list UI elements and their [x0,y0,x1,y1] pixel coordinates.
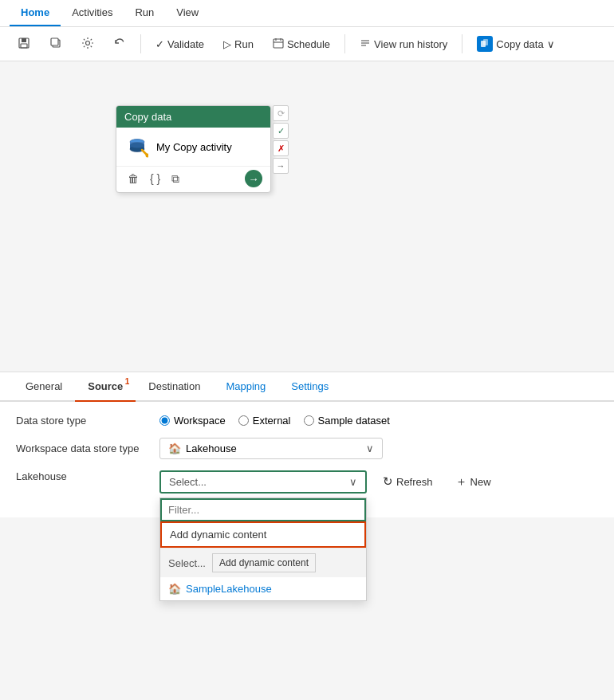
lakehouse-item-icon: 🏠 [168,583,181,595]
side-icon-refresh: ⟳ [273,105,289,121]
undo-icon [113,37,126,52]
workspace-store-value: Lakehouse [186,442,237,454]
sample-lakehouse-label: SampleLakehouse [186,583,272,595]
data-store-type-control: Workspace External Sample dataset [159,415,598,427]
save-icon [18,37,30,52]
view-run-history-button[interactable]: View run history [352,33,455,55]
separator-3 [462,34,462,53]
settings-button[interactable] [73,33,102,56]
canvas-area[interactable]: Copy data My Copy activity 🗑 { } ⧉ [0,61,614,372]
tab-badge: 1 [125,377,130,386]
lakehouse-placeholder: Select... [169,476,207,488]
add-dynamic-tooltip: Add dynamic content [212,553,316,572]
activity-body: My Copy activity [116,128,270,166]
node-side-icons: ⟳ ✓ ✗ → [273,105,289,174]
refresh-button[interactable]: ↻ Refresh [376,470,439,493]
sample-lakehouse-row[interactable]: 🏠 SampleLakehouse [160,577,366,600]
plus-icon: ＋ [455,474,467,490]
copy-data-icon [477,36,493,52]
nav-activities[interactable]: Activities [61,0,124,26]
svg-rect-1 [22,38,26,42]
top-navigation: Home Activities Run View [0,0,614,27]
lakehouse-dropdown[interactable]: Select... ∨ [159,470,367,494]
schedule-label: Schedule [287,38,330,50]
new-label: New [470,476,491,488]
radio-workspace[interactable]: Workspace [159,415,226,427]
nav-view[interactable]: View [165,0,210,26]
calendar-icon [273,37,284,51]
history-icon [360,37,371,51]
undo-button[interactable] [105,33,134,56]
activity-name: My Copy activity [156,141,232,153]
data-store-type-label: Data store type [16,415,159,427]
activity-db-icon [124,134,150,159]
code-activity-button[interactable]: { } [147,171,163,187]
run-button[interactable]: ▷ Run [215,34,262,54]
save-button[interactable] [10,33,38,56]
svg-point-20 [130,143,144,148]
data-store-type-row: Data store type Workspace External Sampl… [16,415,598,427]
select-text: Select... [168,557,206,569]
nav-run[interactable]: Run [124,0,165,26]
tab-source[interactable]: Source1 [75,372,136,402]
copy-data-button[interactable]: Copy data ∨ [469,32,562,56]
activity-header: Copy data [116,106,270,128]
lakehouse-row: Lakehouse Select... ∨ Add dynamic conten… [16,470,598,494]
side-icon-check: ✓ [273,123,289,139]
properties-panel: Data store type Workspace External Sampl… [0,402,614,517]
side-icon-arrow-right: → [273,158,289,174]
schedule-button[interactable]: Schedule [265,33,338,55]
copy-icon [49,37,62,52]
refresh-label: Refresh [396,476,433,488]
tab-mapping[interactable]: Mapping [213,372,278,402]
validate-button[interactable]: ✓ Validate [148,34,212,54]
filter-input[interactable] [160,498,366,521]
radio-external[interactable]: External [238,415,291,427]
tab-general[interactable]: General [13,372,75,402]
new-button[interactable]: ＋ New [449,470,498,494]
activity-title: Copy data [124,111,171,123]
workspace-data-store-type-label: Workspace data store type [16,442,159,454]
svg-point-5 [86,41,90,45]
workspace-data-store-type-row: Workspace data store type 🏠 Lakehouse ∨ [16,438,598,459]
toolbar: ✓ Validate ▷ Run Schedule View run histo… [0,27,614,61]
activity-node[interactable]: Copy data My Copy activity 🗑 { } ⧉ [116,105,271,193]
copy-button[interactable] [41,33,70,56]
chevron-down-icon: ∨ [349,476,357,488]
copy-data-label: Copy data [496,38,543,50]
bottom-tabs: General Source1 Destination Mapping Sett… [0,372,614,402]
lakehouse-control: Select... ∨ Add dynamic content Select..… [159,470,598,494]
delete-activity-button[interactable]: 🗑 [124,171,142,187]
svg-rect-14 [483,39,488,45]
run-label: Run [234,38,254,50]
select-placeholder-row: Select... Add dynamic content [160,548,366,577]
home-icon: 🏠 [168,442,181,454]
settings-icon [81,37,94,52]
arrow-activity-button[interactable]: → [245,170,262,187]
tab-destination[interactable]: Destination [136,372,213,402]
chevron-down-icon: ∨ [547,38,555,50]
dynamic-content-label: Add dynamic content [170,529,266,541]
svg-rect-4 [51,38,58,45]
svg-rect-2 [21,44,27,48]
radio-sample-dataset[interactable]: Sample dataset [304,415,390,427]
nav-home[interactable]: Home [10,0,61,26]
workspace-store-dropdown[interactable]: 🏠 Lakehouse ∨ [159,438,383,459]
workspace-data-store-type-control: 🏠 Lakehouse ∨ [159,438,598,459]
activity-footer: 🗑 { } ⧉ → [116,166,270,192]
svg-rect-6 [274,39,283,48]
view-run-history-label: View run history [374,38,447,50]
validate-label: Validate [167,38,204,50]
lakehouse-dropdown-wrapper: Select... ∨ Add dynamic content Select..… [159,470,367,494]
lakehouse-dropdown-popup: Add dynamic content Select... Add dynami… [159,497,367,601]
lakehouse-label: Lakehouse [16,470,159,482]
tab-settings[interactable]: Settings [278,372,341,402]
chevron-down-icon: ∨ [366,442,374,454]
copy-activity-button[interactable]: ⧉ [168,171,183,187]
separator-1 [140,34,141,53]
side-icon-x: ✗ [273,140,289,156]
separator-2 [344,34,345,53]
refresh-icon: ↻ [383,474,393,489]
add-dynamic-content-row[interactable]: Add dynamic content [160,521,366,548]
checkmark-icon: ✓ [155,38,164,50]
